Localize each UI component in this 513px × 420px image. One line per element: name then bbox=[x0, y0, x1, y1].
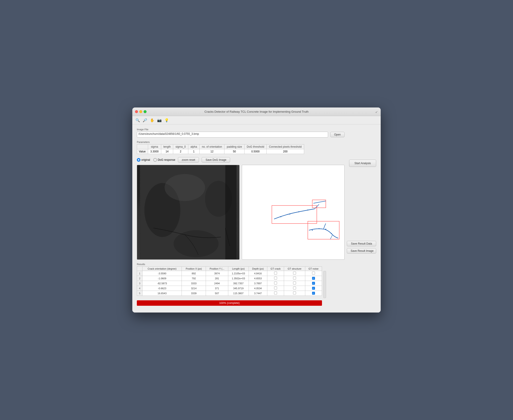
checkbox-cell[interactable] bbox=[267, 271, 284, 276]
svg-point-17 bbox=[319, 228, 320, 229]
checkbox[interactable] bbox=[293, 286, 296, 290]
original-image-panel[interactable] bbox=[137, 165, 239, 260]
result-cell: 392.7357 bbox=[228, 281, 249, 286]
crack-image-svg bbox=[137, 165, 239, 259]
file-label: Image File bbox=[137, 128, 345, 131]
checkbox[interactable] bbox=[274, 286, 277, 290]
param-header-orientation: no. of orientation bbox=[199, 144, 224, 149]
checkbox[interactable] bbox=[274, 277, 277, 279]
svg-point-18 bbox=[325, 229, 326, 230]
checkbox[interactable] bbox=[293, 282, 296, 285]
checkbox[interactable] bbox=[312, 272, 315, 275]
checkbox-cell[interactable] bbox=[267, 276, 284, 281]
param-value-sigma0[interactable]: 2 bbox=[173, 149, 188, 154]
parameters-table: sigma length sigma_0 alpha no. of orient… bbox=[137, 144, 304, 154]
open-button[interactable]: Open bbox=[330, 132, 345, 137]
checkbox-cell[interactable] bbox=[284, 291, 305, 296]
minimize-button[interactable] bbox=[139, 110, 142, 113]
result-cell: -0.6623 bbox=[142, 286, 182, 291]
image-panels-row bbox=[137, 165, 345, 260]
res-header-length: Length (px) bbox=[228, 267, 249, 271]
info-icon[interactable]: 💡 bbox=[164, 117, 169, 123]
checkbox[interactable] bbox=[293, 277, 296, 279]
checkbox-cell[interactable] bbox=[305, 276, 322, 281]
svg-point-10 bbox=[280, 216, 281, 217]
pan-icon[interactable]: ✋ bbox=[149, 117, 155, 123]
svg-rect-8 bbox=[245, 165, 342, 259]
original-radio[interactable]: original bbox=[137, 158, 150, 162]
view-controls-row: original DoG response zoom reset Save Do… bbox=[137, 157, 345, 163]
save-dog-button[interactable]: Save DoG Image bbox=[202, 157, 230, 163]
result-cell: 345.9719 bbox=[228, 286, 249, 291]
checkbox-cell[interactable] bbox=[284, 276, 305, 281]
result-cell: 3339 bbox=[182, 291, 206, 296]
checkbox-cell[interactable] bbox=[284, 286, 305, 291]
result-cell: 792 bbox=[182, 276, 206, 281]
result-cell: 507 bbox=[206, 291, 228, 296]
checkbox-cell[interactable] bbox=[305, 291, 322, 296]
checkbox-cell[interactable] bbox=[267, 291, 284, 296]
checkbox[interactable] bbox=[312, 292, 315, 295]
checkbox-cell[interactable] bbox=[305, 271, 322, 276]
svg-point-11 bbox=[290, 214, 290, 215]
checkbox-cell[interactable] bbox=[284, 281, 305, 286]
dog-radio[interactable]: DoG response bbox=[153, 158, 175, 162]
results-label: Results bbox=[137, 263, 345, 266]
parameters-label: Parameters bbox=[137, 141, 345, 143]
capture-icon[interactable]: 📷 bbox=[157, 117, 162, 123]
maximize-button[interactable] bbox=[144, 110, 147, 113]
checkbox-cell[interactable] bbox=[284, 271, 305, 276]
checkbox[interactable] bbox=[312, 282, 315, 285]
start-analysis-button[interactable]: Start Analysis bbox=[349, 160, 376, 167]
checkbox[interactable] bbox=[312, 287, 315, 290]
result-cell: 3.7897 bbox=[249, 281, 267, 286]
result-cell: 892 bbox=[182, 271, 206, 276]
resize-corner: ↙ bbox=[375, 110, 378, 113]
param-value-dog[interactable]: 0.5000 bbox=[244, 149, 267, 154]
results-scrollbar[interactable] bbox=[323, 271, 326, 298]
checkbox[interactable] bbox=[312, 277, 315, 280]
param-header-dog: DoG threshold bbox=[244, 144, 267, 149]
checkbox[interactable] bbox=[293, 292, 296, 294]
res-header-depth: Depth (px) bbox=[249, 267, 267, 271]
result-image-panel[interactable] bbox=[242, 165, 345, 260]
table-row: 2-1.06097922811.3502e+034.6553 bbox=[137, 276, 322, 281]
traffic-lights bbox=[135, 110, 147, 113]
checkbox[interactable] bbox=[274, 272, 277, 275]
result-cell: 4.0534 bbox=[249, 286, 267, 291]
checkbox-cell[interactable] bbox=[305, 286, 322, 291]
zoom-out-icon[interactable]: 🔎 bbox=[142, 117, 148, 123]
res-header-gtnoise: GT noise bbox=[305, 267, 322, 271]
param-value-orientation[interactable]: 12 bbox=[199, 149, 224, 154]
checkbox[interactable] bbox=[293, 272, 296, 275]
param-value-connected[interactable]: 200 bbox=[267, 149, 304, 154]
param-header-connected: Connected pixels threshold bbox=[267, 144, 304, 149]
save-result-image-button[interactable]: Save Result Image bbox=[347, 248, 376, 254]
param-value-padding[interactable]: 50 bbox=[224, 149, 244, 154]
param-value-length[interactable]: 14 bbox=[161, 149, 173, 154]
checkbox[interactable] bbox=[274, 282, 277, 285]
checkbox-cell[interactable] bbox=[305, 281, 322, 286]
param-header-empty bbox=[137, 144, 148, 149]
result-cell: -82.5873 bbox=[142, 281, 182, 286]
res-header-num bbox=[137, 267, 142, 271]
svg-point-12 bbox=[298, 211, 299, 212]
table-row: 516.65433339507115.38073.7447 bbox=[137, 291, 322, 296]
result-cell: 4.6553 bbox=[249, 276, 267, 281]
toolbar: 🔍 🔎 ✋ 📷 💡 bbox=[132, 116, 381, 124]
result-cell: 3214 bbox=[182, 286, 206, 291]
close-button[interactable] bbox=[135, 110, 138, 113]
zoom-in-icon[interactable]: 🔍 bbox=[135, 117, 141, 123]
param-value-sigma[interactable]: 3.3000 bbox=[148, 149, 161, 154]
checkbox-cell[interactable] bbox=[267, 286, 284, 291]
param-value-alpha[interactable]: 1 bbox=[188, 149, 199, 154]
zoom-reset-button[interactable]: zoom reset bbox=[178, 157, 199, 163]
res-header-gtcrack: GT crack bbox=[267, 267, 284, 271]
table-row: 1-3.559089239741.2105e+034.8416 bbox=[137, 271, 322, 276]
checkbox[interactable] bbox=[274, 292, 277, 294]
result-cell: 4.8416 bbox=[249, 271, 267, 276]
checkbox-cell[interactable] bbox=[267, 281, 284, 286]
res-header-posx: Position X (px) bbox=[182, 267, 206, 271]
window-title: Cracks Detector of Railway TCL Concrete … bbox=[205, 110, 309, 113]
save-result-data-button[interactable]: Save Result Data bbox=[347, 241, 376, 246]
